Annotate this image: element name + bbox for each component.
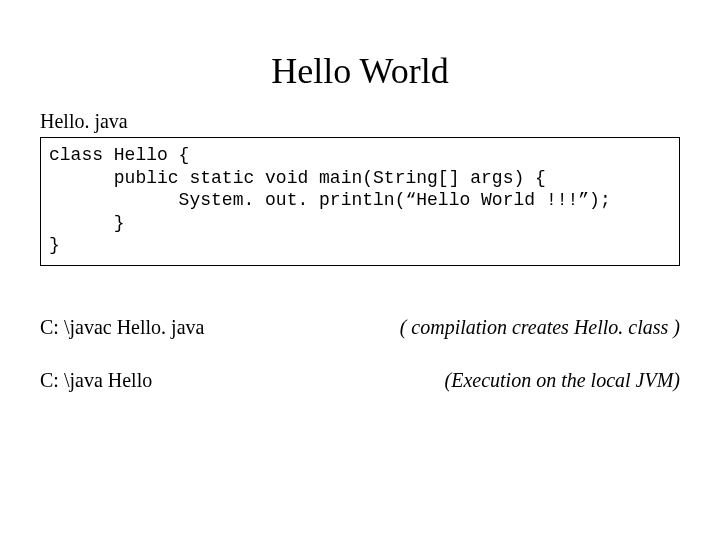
page-title: Hello World bbox=[0, 50, 720, 92]
command-row: C: \javac Hello. java ( compilation crea… bbox=[40, 316, 680, 339]
command-note: (Execution on the local JVM) bbox=[445, 369, 680, 392]
filename-label: Hello. java bbox=[40, 110, 720, 133]
command-text: C: \java Hello bbox=[40, 369, 152, 392]
command-text: C: \javac Hello. java bbox=[40, 316, 204, 339]
code-block: class Hello { public static void main(St… bbox=[40, 137, 680, 266]
command-note: ( compilation creates Hello. class ) bbox=[400, 316, 680, 339]
command-row: C: \java Hello (Execution on the local J… bbox=[40, 369, 680, 392]
commands-section: C: \javac Hello. java ( compilation crea… bbox=[40, 316, 680, 392]
